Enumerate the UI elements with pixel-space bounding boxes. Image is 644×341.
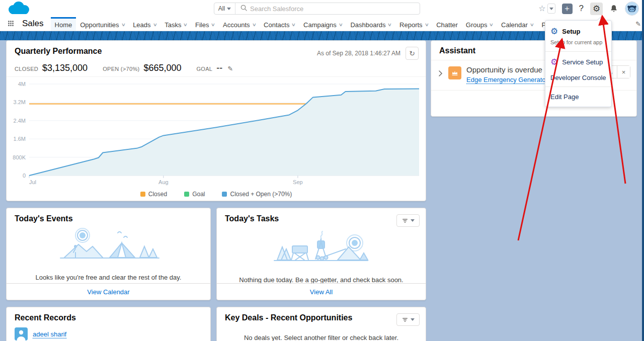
- tab-label: Dashboards: [350, 21, 385, 29]
- quarterly-performance-card: Quarterly Performance As of Sep 28, 2018…: [6, 40, 426, 201]
- legend-item: Closed + Open (>70%): [222, 191, 292, 198]
- chart-legend: ClosedGoalClosed + Open (>70%): [7, 191, 426, 198]
- legend-swatch: [184, 192, 189, 197]
- open-value: $665,000: [143, 63, 181, 73]
- tab-home[interactable]: Home: [51, 17, 76, 31]
- chevron-down-icon: ∨: [121, 22, 125, 27]
- legend-label: Closed: [148, 191, 167, 198]
- card-title: Key Deals - Recent Opportunities: [225, 313, 352, 322]
- goal-label: GOAL: [197, 66, 213, 72]
- app-name: Sales: [22, 19, 44, 31]
- search-input[interactable]: [250, 5, 420, 13]
- assistant-item-link[interactable]: Edge Emergency Generator: [466, 76, 548, 83]
- global-actions-button[interactable]: ＋: [562, 4, 573, 14]
- chevron-down-icon: [549, 8, 553, 10]
- tasks-filter-button[interactable]: [396, 214, 420, 227]
- tab-leads[interactable]: Leads∨: [129, 17, 160, 31]
- tab-contacts[interactable]: Contacts∨: [260, 17, 299, 31]
- key-deals-card: Key Deals - Recent Opportunities No deal…: [216, 307, 426, 341]
- tab-campaigns[interactable]: Campaigns∨: [299, 17, 346, 31]
- chevron-right-icon[interactable]: [438, 69, 443, 78]
- setup-gear-purple-icon: ⚙: [550, 58, 558, 66]
- notifications-bell-button[interactable]: [609, 4, 618, 13]
- favorites-star-icon[interactable]: ☆: [538, 5, 545, 13]
- setup-menu-item[interactable]: ⚙ Setup: [545, 24, 611, 39]
- closed-value: $3,135,000: [42, 63, 88, 73]
- search-icon: [240, 5, 247, 13]
- todays-events-card: Today's Events Looks like yo: [6, 208, 211, 300]
- filter-list-icon: [402, 317, 408, 323]
- view-calendar-link[interactable]: View Calendar: [87, 288, 129, 296]
- tasks-empty-text: Nothing due today. Be a go-getter, and c…: [217, 276, 426, 284]
- app-launcher-icon[interactable]: [8, 21, 15, 28]
- tab-chatter[interactable]: Chatter: [432, 17, 462, 31]
- chevron-down-icon: [411, 318, 415, 321]
- search-scope-dropdown[interactable]: All: [214, 3, 235, 14]
- view-all-link[interactable]: View All: [310, 288, 333, 296]
- tab-label: Contacts: [264, 21, 289, 29]
- tab-label: Calendar: [501, 21, 528, 29]
- search-scope-label: All: [218, 5, 225, 12]
- chevron-down-icon: ∨: [183, 22, 188, 27]
- todays-tasks-card: Today's Tasks: [216, 208, 426, 300]
- chevron-down-icon: ∨: [211, 22, 215, 27]
- chevron-down-icon: ∨: [338, 22, 343, 27]
- legend-label: Goal: [192, 191, 205, 198]
- setup-dropdown-menu: ⚙ Setup Setup for current app ⚙ Service …: [545, 20, 612, 107]
- chevron-down-icon: ∨: [152, 22, 157, 27]
- card-title: Today's Tasks: [225, 214, 279, 223]
- events-camp-illustration: [7, 224, 210, 271]
- favorites-control: ☆: [538, 4, 555, 14]
- chevron-down-icon: [227, 8, 231, 10]
- refresh-button[interactable]: ↻: [406, 47, 419, 60]
- header-icon-cluster: ☆ ＋ ? ⚙: [538, 0, 639, 17]
- tab-label: Chatter: [436, 21, 458, 29]
- setup-menu-item-description: Setup for current app: [545, 39, 611, 50]
- card-title: Quarterly Performance: [15, 47, 102, 56]
- tab-tasks[interactable]: Tasks∨: [160, 17, 191, 31]
- tab-opportunities[interactable]: Opportunities∨: [76, 17, 129, 31]
- service-setup-menu-item[interactable]: ⚙ Service Setup: [545, 53, 611, 70]
- performance-stats: CLOSED $3,135,000 OPEN (>70%) $665,000 G…: [7, 63, 426, 77]
- svg-text:3.2M: 3.2M: [14, 99, 26, 105]
- key-deals-empty-text: No deals yet. Select another filter or c…: [217, 326, 426, 341]
- record-link[interactable]: adeel sharif: [33, 330, 66, 338]
- user-avatar[interactable]: [625, 2, 639, 16]
- dismiss-close-button[interactable]: ×: [617, 66, 630, 78]
- tab-groups[interactable]: Groups∨: [462, 17, 497, 31]
- edit-page-menu-item[interactable]: Edit Page: [545, 88, 611, 107]
- legend-item: Goal: [184, 191, 205, 198]
- legend-swatch: [140, 192, 145, 197]
- help-button[interactable]: ?: [579, 4, 584, 14]
- chevron-down-icon: ∨: [489, 22, 494, 27]
- developer-console-menu-item[interactable]: Developer Console: [545, 70, 611, 86]
- tab-label: Campaigns: [303, 21, 337, 29]
- tab-calendar[interactable]: Calendar∨: [497, 17, 537, 31]
- salesforce-home-page: All ☆ ＋ ? ⚙: [0, 0, 644, 341]
- chevron-down-icon: ∨: [530, 22, 534, 27]
- edit-nav-pencil-icon[interactable]: ✎: [635, 20, 641, 28]
- tab-files[interactable]: Files∨: [191, 17, 219, 31]
- filter-list-icon: [402, 218, 408, 224]
- svg-text:1.6M: 1.6M: [14, 136, 26, 142]
- tab-label: Tasks: [165, 21, 181, 29]
- recent-record-row: adeel sharif: [7, 322, 210, 341]
- chevron-down-icon: [411, 219, 415, 222]
- setup-gear-button[interactable]: ⚙: [590, 3, 603, 15]
- legend-item: Closed: [140, 191, 167, 198]
- tab-label: Leads: [133, 21, 150, 29]
- tab-reports[interactable]: Reports∨: [395, 17, 432, 31]
- favorites-caret-button[interactable]: [547, 4, 555, 14]
- opportunity-icon: [448, 66, 461, 79]
- window-edge-strip: [642, 0, 644, 341]
- edit-goal-pencil-icon[interactable]: ✎: [227, 65, 233, 72]
- svg-text:800K: 800K: [13, 154, 26, 160]
- tasks-camp-illustration: [217, 228, 426, 273]
- tab-accounts[interactable]: Accounts∨: [219, 17, 260, 31]
- goal-value: --: [216, 63, 222, 73]
- chevron-down-icon: ∨: [424, 22, 429, 27]
- tab-dashboards[interactable]: Dashboards∨: [346, 17, 395, 31]
- as-of-timestamp: As of Sep 28, 2018 1:46:27 AM: [317, 50, 400, 57]
- key-deals-filter-button[interactable]: [396, 313, 420, 326]
- card-title: Today's Events: [15, 214, 73, 223]
